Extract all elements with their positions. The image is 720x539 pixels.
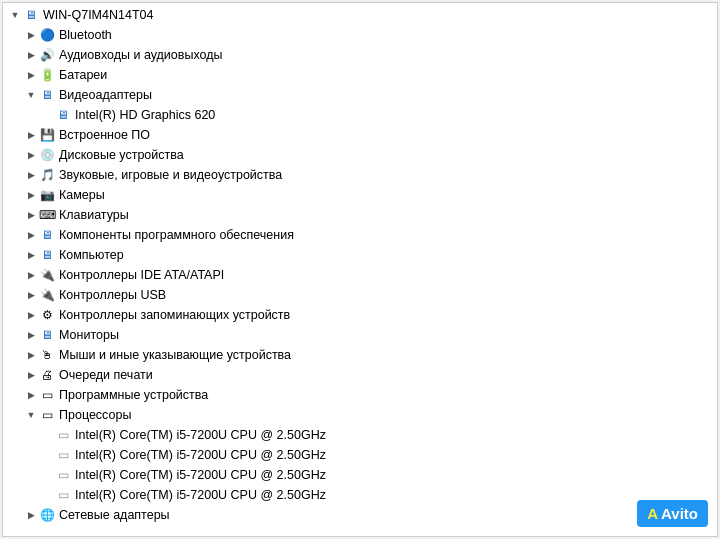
list-item[interactable]: 🖥 Компьютер [3, 245, 717, 265]
list-item[interactable]: ▭ Intel(R) Core(TM) i5-7200U CPU @ 2.50G… [3, 445, 717, 465]
list-item[interactable]: 🖨 Очереди печати [3, 365, 717, 385]
expand-arrow [23, 147, 39, 163]
item-label: Bluetooth [59, 28, 112, 42]
expand-arrow [23, 67, 39, 83]
network-icon: 🌐 [39, 507, 55, 523]
disk-icon: 💿 [39, 147, 55, 163]
expand-arrow [23, 87, 39, 103]
camera-icon: 📷 [39, 187, 55, 203]
item-label: Дисковые устройства [59, 148, 184, 162]
item-label: Компоненты программного обеспечения [59, 228, 294, 242]
item-label: Встроенное ПО [59, 128, 150, 142]
avito-watermark: A Avito [637, 500, 708, 527]
sound-icon: 🎵 [39, 167, 55, 183]
software-icon: ▭ [39, 387, 55, 403]
list-item[interactable]: 💿 Дисковые устройства [3, 145, 717, 165]
list-item[interactable]: ⚙ Контроллеры запоминающих устройств [3, 305, 717, 325]
computer2-icon: 🖥 [39, 247, 55, 263]
list-item[interactable]: ⌨ Клавиатуры [3, 205, 717, 225]
processor-icon: ▭ [39, 407, 55, 423]
list-item[interactable]: 🖱 Мыши и иные указывающие устройства [3, 345, 717, 365]
tree-container[interactable]: 🖥 WIN-Q7IM4N14T04 🔵 Bluetooth 🔊 Аудиовхо… [2, 2, 718, 537]
expand-arrow [23, 267, 39, 283]
proc-icon: ▭ [55, 447, 71, 463]
expand-arrow [23, 187, 39, 203]
tree-root[interactable]: 🖥 WIN-Q7IM4N14T04 [3, 5, 717, 25]
list-item[interactable]: ▭ Процессоры [3, 405, 717, 425]
computer-icon: 🖥 [23, 7, 39, 23]
item-label: Intel(R) HD Graphics 620 [75, 108, 215, 122]
list-item[interactable]: 🔌 Контроллеры USB [3, 285, 717, 305]
expand-arrow [23, 27, 39, 43]
item-label: Intel(R) Core(TM) i5-7200U CPU @ 2.50GHz [75, 468, 326, 482]
expand-arrow [23, 347, 39, 363]
item-label: Клавиатуры [59, 208, 129, 222]
display-child-icon: 🖥 [55, 107, 71, 123]
print-icon: 🖨 [39, 367, 55, 383]
expand-arrow [23, 247, 39, 263]
item-label: Мониторы [59, 328, 119, 342]
mouse-icon: 🖱 [39, 347, 55, 363]
expand-arrow [23, 167, 39, 183]
expand-arrow [23, 407, 39, 423]
list-item[interactable]: ▭ Программные устройства [3, 385, 717, 405]
item-label: Видеоадаптеры [59, 88, 152, 102]
item-label: Мыши и иные указывающие устройства [59, 348, 291, 362]
list-item[interactable]: 🖥 Компоненты программного обеспечения [3, 225, 717, 245]
item-label: Аудиовходы и аудиовыходы [59, 48, 222, 62]
list-item[interactable]: 💾 Встроенное ПО [3, 125, 717, 145]
item-label: Программные устройства [59, 388, 208, 402]
root-label: WIN-Q7IM4N14T04 [43, 8, 153, 22]
expand-arrow [23, 47, 39, 63]
item-label: Камеры [59, 188, 105, 202]
item-label: Контроллеры USB [59, 288, 166, 302]
expand-arrow [23, 507, 39, 523]
firmware-icon: 💾 [39, 127, 55, 143]
item-label: Компьютер [59, 248, 124, 262]
avito-logo: A [647, 505, 657, 522]
list-item[interactable]: 🖥 Видеоадаптеры [3, 85, 717, 105]
expand-arrow [23, 387, 39, 403]
expand-arrow [23, 227, 39, 243]
list-item[interactable]: 🔌 Контроллеры IDE ATA/ATAPI [3, 265, 717, 285]
item-label: Процессоры [59, 408, 131, 422]
item-label: Intel(R) Core(TM) i5-7200U CPU @ 2.50GHz [75, 448, 326, 462]
list-item[interactable]: 🖥 Intel(R) HD Graphics 620 [3, 105, 717, 125]
proc-icon: ▭ [55, 487, 71, 503]
ide-icon: 🔌 [39, 267, 55, 283]
device-manager: 🖥 WIN-Q7IM4N14T04 🔵 Bluetooth 🔊 Аудиовхо… [0, 0, 720, 539]
item-label: Intel(R) Core(TM) i5-7200U CPU @ 2.50GHz [75, 428, 326, 442]
list-item[interactable]: ▭ Intel(R) Core(TM) i5-7200U CPU @ 2.50G… [3, 425, 717, 445]
battery-icon: 🔋 [39, 67, 55, 83]
list-item[interactable]: 🔋 Батареи [3, 65, 717, 85]
list-item[interactable]: 🎵 Звуковые, игровые и видеоустройства [3, 165, 717, 185]
item-label: Звуковые, игровые и видеоустройства [59, 168, 282, 182]
item-label: Контроллеры IDE ATA/ATAPI [59, 268, 224, 282]
root-arrow [7, 7, 23, 23]
expand-arrow [23, 127, 39, 143]
item-label: Intel(R) Core(TM) i5-7200U CPU @ 2.50GHz [75, 488, 326, 502]
usb-icon: 🔌 [39, 287, 55, 303]
expand-arrow [23, 327, 39, 343]
list-item[interactable]: 🌐 Сетевые адаптеры [3, 505, 717, 525]
list-item[interactable]: 🔊 Аудиовходы и аудиовыходы [3, 45, 717, 65]
list-item[interactable]: 📷 Камеры [3, 185, 717, 205]
keyboard-icon: ⌨ [39, 207, 55, 223]
list-item[interactable]: ▭ Intel(R) Core(TM) i5-7200U CPU @ 2.50G… [3, 465, 717, 485]
expand-arrow [23, 207, 39, 223]
storage-icon: ⚙ [39, 307, 55, 323]
monitor-icon: 🖥 [39, 327, 55, 343]
audio-icon: 🔊 [39, 47, 55, 63]
list-item[interactable]: ▭ Intel(R) Core(TM) i5-7200U CPU @ 2.50G… [3, 485, 717, 505]
list-item[interactable]: 🖥 Мониторы [3, 325, 717, 345]
item-label: Очереди печати [59, 368, 153, 382]
display-icon: 🖥 [39, 87, 55, 103]
list-item[interactable]: 🔵 Bluetooth [3, 25, 717, 45]
component-icon: 🖥 [39, 227, 55, 243]
expand-arrow [23, 287, 39, 303]
expand-arrow [23, 367, 39, 383]
item-label: Сетевые адаптеры [59, 508, 170, 522]
expand-arrow [23, 307, 39, 323]
item-label: Контроллеры запоминающих устройств [59, 308, 290, 322]
bluetooth-icon: 🔵 [39, 27, 55, 43]
